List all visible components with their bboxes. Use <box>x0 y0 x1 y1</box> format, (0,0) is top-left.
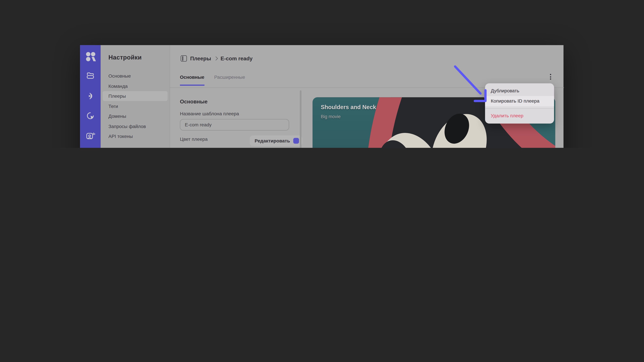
breadcrumb-current: E-com ready <box>220 55 252 62</box>
app-rail <box>80 45 100 148</box>
main-content: Плееры E-com ready Основные Расширенные … <box>170 45 564 148</box>
live-stream-icon[interactable] <box>86 91 95 102</box>
tab-advanced[interactable]: Расширенные <box>214 75 245 86</box>
chevron-right-icon <box>214 56 218 60</box>
player-name-label: Название шаблона плеера <box>180 111 239 116</box>
sidebar-item-players[interactable]: Плееры <box>103 91 168 101</box>
video-title: Shoulders and Neck <box>321 104 376 110</box>
menu-item-delete-player[interactable]: Удалить плеер <box>485 111 554 121</box>
sidebar-item-general[interactable]: Основные <box>100 71 170 81</box>
player-name-input[interactable] <box>180 119 289 131</box>
video-subtitle: Big movie <box>321 114 340 119</box>
settings-sidebar: Настройки Основные Команда Плееры Теги Д… <box>100 45 170 148</box>
speech-recognition-icon[interactable] <box>86 131 95 142</box>
sidebar-item-file-requests[interactable]: Запросы файлов <box>100 121 170 131</box>
form-section-title: Основные <box>180 98 208 105</box>
menu-divider <box>485 108 554 109</box>
app-window: Настройки Основные Команда Плееры Теги Д… <box>80 45 564 148</box>
menu-item-copy-player-id[interactable]: Копировать ID плеера <box>485 96 554 106</box>
color-swatch <box>293 138 299 144</box>
videos-folder-icon[interactable] <box>86 71 95 82</box>
menu-item-duplicate[interactable]: Дублировать <box>485 86 554 96</box>
form-scrollbar[interactable] <box>300 90 302 148</box>
analytics-pie-icon[interactable] <box>86 111 95 122</box>
kinescope-logo[interactable] <box>84 50 96 64</box>
sidebar-item-domains[interactable]: Домены <box>100 111 170 121</box>
screen: Настройки Основные Команда Плееры Теги Д… <box>0 0 644 148</box>
breadcrumb-section[interactable]: Плееры <box>190 55 211 62</box>
settings-title: Настройки <box>108 54 142 61</box>
panel-icon[interactable] <box>181 55 187 62</box>
sidebar-item-tags[interactable]: Теги <box>100 101 170 111</box>
tab-general[interactable]: Основные <box>180 75 204 86</box>
edit-color-button[interactable]: Редактировать <box>250 135 302 146</box>
breadcrumb: Плееры E-com ready <box>181 55 253 62</box>
more-options-button[interactable] <box>548 72 553 81</box>
sidebar-item-api-tokens[interactable]: API токены <box>100 131 170 141</box>
sidebar-item-team[interactable]: Команда <box>100 81 170 91</box>
player-color-label: Цвет плеера <box>180 137 208 142</box>
player-context-menu: Дублировать Копировать ID плеера Удалить… <box>485 83 554 123</box>
tab-bar: Основные Расширенные <box>180 75 245 86</box>
